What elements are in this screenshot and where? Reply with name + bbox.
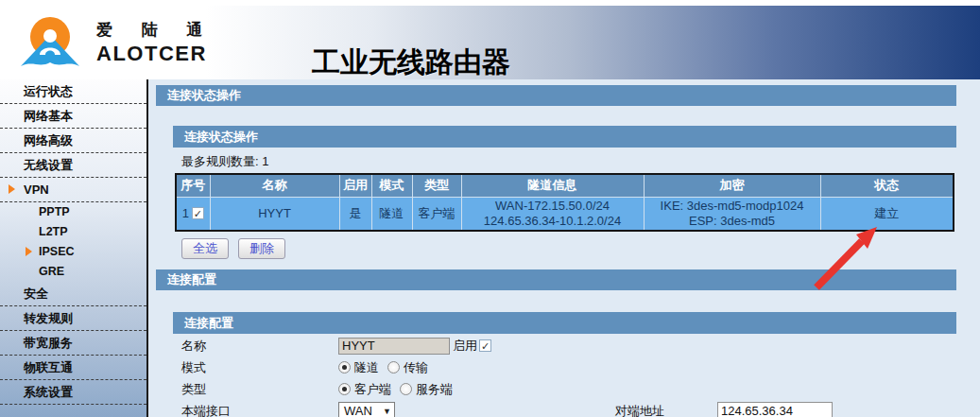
- name-input[interactable]: [338, 338, 450, 355]
- sidebar-item-pptp[interactable]: PPTP: [0, 202, 146, 222]
- cell-name: HYYT: [210, 197, 339, 231]
- form-row-name: 名称 启用 ✓: [181, 335, 833, 356]
- connection-config-form: 名称 启用 ✓ 模式 隧道 传输 类型 客户端 服务端: [181, 335, 833, 417]
- col-header-name: 名称: [210, 174, 339, 197]
- form-row-local-port: 本端接口 WAN ▼ 对端地址: [181, 400, 833, 417]
- section-bar-connection-config: 连接配置: [156, 269, 956, 290]
- row-select-checkbox[interactable]: ✓: [192, 207, 204, 219]
- form-row-mode: 模式 隧道 传输: [181, 356, 833, 378]
- max-rules-label: 最多规则数量:: [181, 154, 259, 168]
- col-header-enabled: 启用: [339, 174, 371, 197]
- table-header-row: 序号 名称 启用 模式 类型 隧道信息 加密 状态: [176, 174, 954, 197]
- router-admin-page: 爱 陆 通 ALOTCER 工业无线路由器 运行状态 网络基本 网络高级 无线设…: [0, 0, 980, 417]
- type-server-label: 服务端: [416, 381, 453, 398]
- sidebar-item-gre[interactable]: GRE: [0, 262, 146, 282]
- cell-status: 建立: [820, 197, 954, 231]
- sidebar-item-forwarding-rules[interactable]: 转发规则: [0, 306, 146, 331]
- col-header-type: 类型: [412, 174, 461, 197]
- cell-mode: 隧道: [371, 197, 412, 231]
- max-rules-text: 最多规则数量: 1: [181, 153, 268, 170]
- mode-transport-radio[interactable]: [387, 361, 400, 374]
- sidebar-item-bandwidth-service[interactable]: 带宽服务: [0, 331, 146, 356]
- sidebar-item-system-settings[interactable]: 系统设置: [0, 380, 146, 405]
- sidebar-item-ipsec[interactable]: IPSEC: [0, 242, 146, 262]
- name-label: 名称: [181, 338, 338, 355]
- peer-address-input[interactable]: [717, 402, 833, 417]
- panel-title-connection-status: 连接状态操作: [173, 126, 956, 148]
- mode-tunnel-label: 隧道: [354, 359, 379, 376]
- sidebar-item-network-advanced[interactable]: 网络高级: [0, 129, 146, 153]
- type-client-radio[interactable]: [338, 383, 351, 395]
- chevron-down-icon: ▼: [383, 407, 391, 416]
- ipsec-rules-table: 序号 名称 启用 模式 类型 隧道信息 加密 状态 1 ✓: [175, 173, 954, 232]
- enable-checkbox[interactable]: ✓: [479, 339, 491, 352]
- form-row-type: 类型 客户端 服务端: [181, 378, 833, 400]
- local-port-label: 本端接口: [181, 403, 338, 417]
- table-actions: 全选 删除: [181, 238, 285, 259]
- brand-name-chinese: 爱 陆 通: [96, 19, 215, 41]
- cell-encryption: IKE: 3des-md5-modp1024 ESP: 3des-md5: [644, 197, 820, 231]
- type-client-label: 客户端: [354, 381, 391, 398]
- enable-label: 启用: [453, 338, 477, 355]
- col-header-seq: 序号: [176, 174, 210, 197]
- selected-arrow-icon: [26, 247, 32, 256]
- table-row: 1 ✓ HYYT 是 隧道 客户端 WAN-172.15.50.0/24 124…: [176, 197, 954, 231]
- sidebar-item-vpn[interactable]: VPN: [0, 178, 146, 202]
- sidebar-item-security[interactable]: 安全: [0, 282, 146, 306]
- cell-seq: 1 ✓: [176, 197, 210, 231]
- col-header-encryption: 加密: [644, 174, 820, 197]
- max-rules-value: 1: [262, 154, 268, 168]
- delete-button[interactable]: 删除: [238, 238, 285, 259]
- type-server-radio[interactable]: [400, 383, 412, 395]
- mode-label: 模式: [181, 359, 338, 376]
- brand-logo: 爱 陆 通 ALOTCER: [19, 11, 265, 74]
- mode-transport-label: 传输: [404, 359, 428, 376]
- mode-tunnel-radio[interactable]: [338, 361, 351, 374]
- sidebar-item-network-basic[interactable]: 网络基本: [0, 104, 146, 129]
- section-bar-connection-status: 连接状态操作: [156, 85, 956, 106]
- brand-name-english: ALOTCER: [96, 42, 215, 66]
- sidebar-item-wireless-settings[interactable]: 无线设置: [0, 153, 146, 178]
- cell-tunnel-info: WAN-172.15.50.0/24 124.65.36.34-10.1.2.0…: [461, 197, 644, 231]
- panel-title-connection-config: 连接配置: [173, 312, 956, 334]
- type-label: 类型: [181, 381, 338, 398]
- col-header-tunnel-info: 隧道信息: [461, 174, 644, 197]
- local-port-value: WAN: [344, 404, 372, 417]
- local-port-select[interactable]: WAN ▼: [338, 402, 395, 417]
- expanded-arrow-icon: [9, 184, 15, 194]
- page-title: 工业无线路由器: [312, 43, 510, 82]
- sidebar-item-l2tp[interactable]: L2TP: [0, 222, 146, 242]
- cell-enabled: 是: [339, 197, 371, 231]
- main-content: 连接状态操作 连接状态操作 最多规则数量: 1 序号 名称 启用 模式 类型 隧…: [148, 79, 980, 417]
- peer-address-label: 对端地址: [615, 403, 664, 417]
- col-header-mode: 模式: [371, 174, 412, 197]
- sidebar-item-running-status[interactable]: 运行状态: [0, 79, 146, 104]
- alotcer-logo-icon: [19, 13, 79, 72]
- select-all-button[interactable]: 全选: [181, 238, 229, 259]
- sidebar-item-iot-interconnect[interactable]: 物联互通: [0, 356, 146, 380]
- cell-type: 客户端: [412, 197, 461, 231]
- col-header-status: 状态: [820, 174, 954, 197]
- sidebar-nav: 运行状态 网络基本 网络高级 无线设置 VPN PPTP L2TP IPSEC …: [0, 79, 148, 417]
